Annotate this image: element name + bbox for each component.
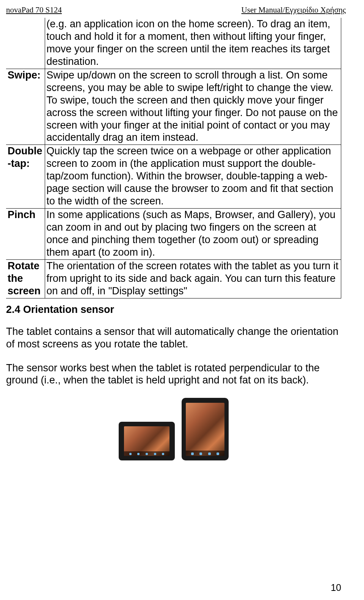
gesture-desc: The orientation of the screen rotates wi… xyxy=(45,259,341,298)
table-row: (e.g. an application icon on the home sc… xyxy=(6,18,341,69)
paragraph: The tablet contains a sensor that will a… xyxy=(6,325,341,350)
gestures-table: (e.g. an application icon on the home sc… xyxy=(6,18,341,298)
gesture-label: Double-tap: xyxy=(6,145,45,209)
tablet-figure xyxy=(6,398,341,460)
gesture-desc: (e.g. an application icon on the home sc… xyxy=(45,18,341,69)
table-row: Swipe: Swipe up/down on the screen to sc… xyxy=(6,69,341,145)
page-header: novaPad 70 S124 User Manual/Εγχειρίδιο Χ… xyxy=(0,0,364,15)
header-right: User Manual/Εγχειρίδιο Χρήσης xyxy=(242,5,346,15)
gesture-desc: Quickly tap the screen twice on a webpag… xyxy=(45,145,341,209)
gesture-label xyxy=(6,18,45,69)
tablet-portrait-icon xyxy=(182,398,229,460)
page-number: 10 xyxy=(331,582,341,593)
table-row: Pinch In some applications (such as Maps… xyxy=(6,209,341,260)
header-left: novaPad 70 S124 xyxy=(6,5,62,15)
section-heading: 2.4 Orientation sensor xyxy=(6,304,341,316)
paragraph: The sensor works best when the tablet is… xyxy=(6,362,341,387)
gesture-label: Rotatethescreen xyxy=(6,259,45,298)
gesture-label: Pinch xyxy=(6,209,45,260)
tablet-landscape-icon xyxy=(119,422,175,460)
page-content: (e.g. an application icon on the home sc… xyxy=(0,15,364,460)
table-row: Rotatethescreen The orientation of the s… xyxy=(6,259,341,298)
gesture-desc: Swipe up/down on the screen to scroll th… xyxy=(45,69,341,145)
gesture-desc: In some applications (such as Maps, Brow… xyxy=(45,209,341,260)
table-row: Double-tap: Quickly tap the screen twice… xyxy=(6,145,341,209)
gesture-label: Swipe: xyxy=(6,69,45,145)
